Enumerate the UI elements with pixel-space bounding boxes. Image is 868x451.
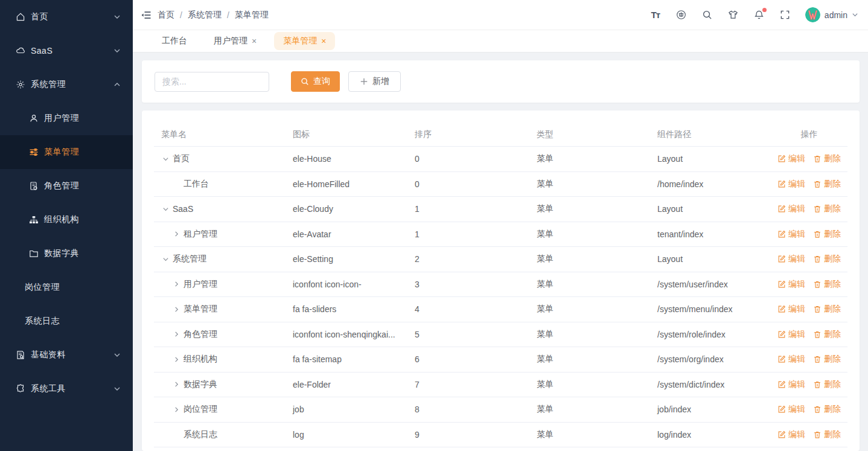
menu-name: 数据字典: [183, 379, 217, 390]
table-row: 角色管理iconfont icon-shenqingkai...5菜单/syst…: [154, 322, 847, 348]
table-row: 组织机构fa fa-sitemap6菜单/system/org/index编辑删…: [154, 347, 847, 373]
cell-icon: ele-HomeFilled: [286, 179, 407, 189]
menu-name-cell: 菜单管理: [154, 304, 286, 315]
delete-row-button[interactable]: 删除: [813, 229, 841, 240]
actions-cell: 编辑删除: [771, 153, 847, 164]
tree-expand-right-icon[interactable]: [172, 230, 180, 238]
delete-label: 删除: [824, 304, 841, 315]
sidebar-item-11[interactable]: 基础资料: [0, 338, 133, 372]
cell-sort: 2: [407, 254, 529, 264]
edit-row-button[interactable]: 编辑: [777, 279, 805, 290]
tree-expand-right-icon[interactable]: [172, 355, 180, 363]
cell-sort: 6: [407, 354, 529, 364]
edit-row-button[interactable]: 编辑: [777, 179, 805, 190]
font-size-icon[interactable]: Tᴛ: [649, 9, 662, 21]
edit-row-button[interactable]: 编辑: [777, 153, 805, 164]
sidebar-item-4[interactable]: 用户管理: [0, 101, 133, 135]
breadcrumb-item[interactable]: 首页: [158, 10, 174, 21]
tab-close-icon[interactable]: ×: [321, 37, 326, 45]
edit-row-button[interactable]: 编辑: [777, 354, 805, 365]
query-button[interactable]: 查询: [291, 71, 340, 92]
delete-row-button[interactable]: 删除: [813, 179, 841, 190]
sidebar-item-8[interactable]: 数据字典: [0, 237, 133, 270]
cell-icon: fa fa-sitemap: [286, 354, 407, 364]
tree-expand-down-icon[interactable]: [161, 205, 170, 213]
delete-row-button[interactable]: 删除: [813, 304, 841, 315]
delete-row-button[interactable]: 删除: [813, 279, 841, 290]
fullscreen-icon[interactable]: [779, 9, 791, 21]
search-input[interactable]: [155, 72, 269, 92]
sidebar-item-3[interactable]: 系统管理: [0, 68, 133, 101]
add-button[interactable]: 新增: [348, 71, 401, 92]
tree-expand-down-icon[interactable]: [161, 155, 170, 163]
delete-icon: [813, 355, 822, 363]
cell-type: 菜单: [529, 153, 650, 164]
edit-row-button[interactable]: 编辑: [777, 229, 805, 240]
cell-path: log/index: [650, 430, 771, 440]
add-button-label: 新增: [372, 76, 389, 87]
delete-row-button[interactable]: 删除: [813, 404, 841, 415]
cell-icon: iconfont icon-icon-: [286, 280, 407, 289]
tree-expand-right-icon[interactable]: [172, 280, 180, 289]
delete-row-button[interactable]: 删除: [813, 203, 841, 214]
cell-path: /system/dict/index: [650, 380, 771, 389]
tab-2[interactable]: 用户管理×: [205, 32, 266, 50]
table-row: 首页ele-House0菜单Layout编辑删除: [154, 147, 847, 172]
search-icon[interactable]: [701, 9, 713, 21]
delete-row-button[interactable]: 删除: [813, 254, 841, 264]
cell-path: /system/org/index: [650, 354, 771, 364]
actions-cell: 编辑删除: [771, 203, 847, 214]
cell-sort: 1: [407, 229, 529, 239]
sidebar-item-label: 组织机构: [44, 214, 121, 225]
sliders-icon: [29, 147, 39, 157]
delete-row-button[interactable]: 删除: [813, 329, 841, 340]
language-icon[interactable]: [675, 9, 688, 21]
edit-row-button[interactable]: 编辑: [777, 254, 805, 264]
tree-expand-right-icon[interactable]: [172, 380, 180, 389]
sidebar-item-9[interactable]: 岗位管理: [0, 270, 133, 304]
gear-icon: [16, 80, 25, 89]
tab-3[interactable]: 菜单管理×: [274, 32, 335, 50]
edit-row-button[interactable]: 编辑: [777, 379, 805, 390]
cell-type: 菜单: [529, 203, 650, 214]
theme-layout-icon[interactable]: [727, 9, 739, 21]
tree-expand-right-icon[interactable]: [172, 405, 180, 414]
sidebar-item-6[interactable]: 角色管理: [0, 169, 133, 203]
collapse-menu-icon[interactable]: [141, 10, 152, 21]
tree-expand-right-icon[interactable]: [172, 330, 180, 339]
sidebar-item-12[interactable]: 系统工具: [0, 372, 133, 406]
edit-icon: [777, 255, 786, 263]
sidebar-item-10[interactable]: 系统日志: [0, 304, 133, 338]
breadcrumb-separator: /: [180, 10, 182, 20]
chevron-down-icon: [852, 11, 858, 18]
delete-row-button[interactable]: 删除: [813, 429, 841, 440]
delete-row-button[interactable]: 删除: [813, 354, 841, 365]
sidebar-item-1[interactable]: 首页: [0, 0, 133, 34]
tree-expand-right-icon[interactable]: [172, 305, 180, 313]
edit-row-button[interactable]: 编辑: [777, 429, 805, 440]
edit-row-button[interactable]: 编辑: [777, 404, 805, 415]
tab-1[interactable]: 工作台: [153, 32, 196, 50]
sidebar: 首页SaaS系统管理用户管理菜单管理角色管理组织机构数据字典岗位管理系统日志基础…: [0, 0, 133, 451]
sidebar-item-7[interactable]: 组织机构: [0, 203, 133, 237]
sidebar-item-5[interactable]: 菜单管理: [0, 135, 133, 169]
delete-row-button[interactable]: 删除: [813, 153, 841, 164]
delete-label: 删除: [824, 279, 841, 290]
delete-icon: [813, 380, 822, 389]
tab-close-icon[interactable]: ×: [252, 37, 257, 45]
edit-label: 编辑: [788, 153, 805, 164]
user-menu[interactable]: admin: [805, 7, 858, 22]
sidebar-item-2[interactable]: SaaS: [0, 34, 133, 68]
breadcrumb-item[interactable]: 菜单管理: [235, 10, 269, 21]
edit-row-button[interactable]: 编辑: [777, 203, 805, 214]
col-sort: 排序: [407, 129, 529, 140]
menu-name: 系统日志: [183, 429, 217, 440]
tree-expand-down-icon[interactable]: [161, 255, 170, 263]
edit-icon: [777, 230, 786, 238]
edit-row-button[interactable]: 编辑: [777, 304, 805, 315]
breadcrumb-item[interactable]: 系统管理: [188, 10, 222, 21]
edit-row-button[interactable]: 编辑: [777, 329, 805, 340]
notification-bell-icon[interactable]: [753, 9, 765, 21]
menu-name-cell: SaaS: [154, 204, 286, 214]
delete-row-button[interactable]: 删除: [813, 379, 841, 390]
